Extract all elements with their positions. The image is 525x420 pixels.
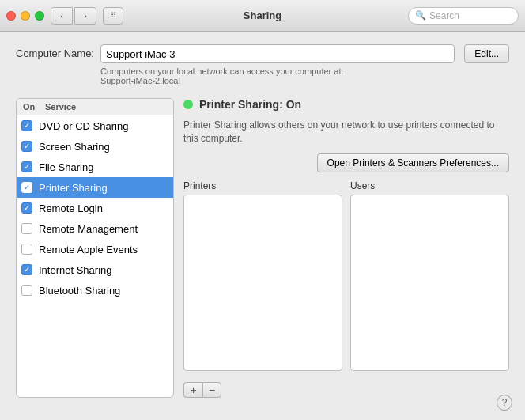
traffic-lights xyxy=(6,11,44,21)
printers-label: Printers xyxy=(183,180,342,191)
users-label: Users xyxy=(350,180,509,191)
search-placeholder: Search xyxy=(429,10,459,21)
window-title: Sharing xyxy=(244,9,281,21)
forward-button[interactable]: › xyxy=(74,7,96,25)
printers-table xyxy=(183,195,342,371)
sidebar-item-printer-sharing[interactable]: ✓ Printer Sharing xyxy=(17,177,173,198)
sidebar-item-dvd-cd-sharing[interactable]: ✓ DVD or CD Sharing xyxy=(17,115,173,136)
users-table xyxy=(350,195,509,371)
service-label-remote-management: Remote Management xyxy=(39,223,138,235)
sidebar-item-remote-management[interactable]: Remote Management xyxy=(17,218,173,239)
checkbox-screen-sharing[interactable]: ✓ xyxy=(21,141,32,152)
add-printer-button[interactable]: + xyxy=(183,382,202,398)
sidebar-header-service: Service xyxy=(45,102,76,112)
checkbox-dvd-cd-sharing[interactable]: ✓ xyxy=(21,120,32,131)
computer-name-hint: Computers on your local network can acce… xyxy=(100,66,455,85)
status-dot xyxy=(183,100,193,109)
edit-button[interactable]: Edit... xyxy=(464,44,509,63)
table-controls: + − xyxy=(183,382,509,398)
sidebar-item-remote-login[interactable]: ✓ Remote Login xyxy=(17,198,173,218)
computer-name-section: Computers on your local network can acce… xyxy=(100,44,455,85)
service-label-internet-sharing: Internet Sharing xyxy=(39,264,112,276)
checkbox-file-sharing[interactable]: ✓ xyxy=(21,161,32,172)
grid-view-button[interactable]: ⠿ xyxy=(103,7,123,25)
checkbox-bluetooth-sharing[interactable] xyxy=(21,285,32,296)
main-content: Computer Name: Computers on your local n… xyxy=(0,32,525,420)
checkbox-remote-login[interactable]: ✓ xyxy=(21,202,32,214)
checkbox-remote-management[interactable] xyxy=(21,223,32,234)
help-button[interactable]: ? xyxy=(497,395,512,411)
maximize-button[interactable] xyxy=(35,11,44,21)
search-bar: 🔍 Search xyxy=(408,7,519,25)
close-button[interactable] xyxy=(6,11,16,21)
sidebar-item-file-sharing[interactable]: ✓ File Sharing xyxy=(17,157,173,177)
service-label-file-sharing: File Sharing xyxy=(39,161,93,173)
service-label-printer-sharing: Printer Sharing xyxy=(39,182,108,194)
sidebar-header: On Service xyxy=(17,99,173,115)
service-list: ✓ DVD or CD Sharing ✓ Screen Sharing ✓ F… xyxy=(17,115,173,301)
status-row: Printer Sharing: On xyxy=(183,98,509,111)
service-label-screen-sharing: Screen Sharing xyxy=(39,141,110,153)
nav-buttons: ‹ › xyxy=(51,7,96,25)
search-icon: 🔍 xyxy=(415,10,426,21)
description-text: Printer Sharing allows others on your ne… xyxy=(183,119,509,146)
tables-row: Printers Users xyxy=(183,180,509,371)
computer-name-label: Computer Name: xyxy=(16,44,94,59)
users-section: Users xyxy=(350,180,509,371)
computer-name-row: Computer Name: Computers on your local n… xyxy=(16,44,509,85)
service-label-bluetooth-sharing: Bluetooth Sharing xyxy=(39,285,120,297)
open-prefs-button[interactable]: Open Printers & Scanners Preferences... xyxy=(317,153,509,172)
sidebar-item-screen-sharing[interactable]: ✓ Screen Sharing xyxy=(17,136,173,157)
bottom-section: On Service ✓ DVD or CD Sharing ✓ Screen … xyxy=(16,98,509,398)
checkbox-printer-sharing[interactable]: ✓ xyxy=(21,182,32,193)
checkbox-remote-apple-events[interactable] xyxy=(21,244,32,255)
service-label-dvd-cd-sharing: DVD or CD Sharing xyxy=(39,120,128,132)
sidebar-item-bluetooth-sharing[interactable]: Bluetooth Sharing xyxy=(17,280,173,301)
checkbox-internet-sharing[interactable]: ✓ xyxy=(21,264,32,275)
service-label-remote-apple-events: Remote Apple Events xyxy=(39,244,138,255)
status-title: Printer Sharing: On xyxy=(199,98,301,111)
minimize-button[interactable] xyxy=(21,11,30,21)
services-sidebar: On Service ✓ DVD or CD Sharing ✓ Screen … xyxy=(16,98,174,398)
back-button[interactable]: ‹ xyxy=(51,7,73,25)
printers-section: Printers xyxy=(183,180,342,371)
remove-printer-button[interactable]: − xyxy=(202,382,221,398)
computer-name-input[interactable] xyxy=(100,44,455,63)
sidebar-item-remote-apple-events[interactable]: Remote Apple Events xyxy=(17,239,173,259)
content-area: Printer Sharing: On Printer Sharing allo… xyxy=(183,98,509,398)
service-label-remote-login: Remote Login xyxy=(39,202,103,214)
sidebar-item-internet-sharing[interactable]: ✓ Internet Sharing xyxy=(17,259,173,280)
title-bar: ‹ › ⠿ Sharing 🔍 Search xyxy=(0,0,525,32)
sidebar-header-on: On xyxy=(23,102,45,112)
